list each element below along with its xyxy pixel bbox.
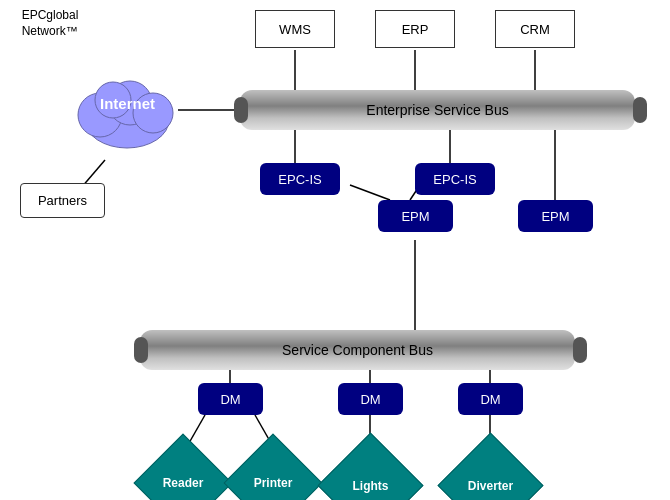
- partners-box: Partners: [20, 183, 105, 218]
- enterprise-bus: Enterprise Service Bus: [240, 90, 635, 130]
- crm-box: CRM: [495, 10, 575, 48]
- internet-cloud: Internet: [75, 65, 180, 155]
- diverter-label-container: Diverter: [453, 448, 528, 500]
- printer-label: Printer: [254, 476, 293, 490]
- dm2-box: DM: [338, 383, 403, 415]
- service-bus-right-cap: [573, 337, 587, 363]
- internet-label: Internet: [85, 95, 170, 112]
- service-bus-left-cap: [134, 337, 148, 363]
- bus-right-cap: [633, 97, 647, 123]
- dm3-box: DM: [458, 383, 523, 415]
- epcis1-box: EPC-IS: [260, 163, 340, 195]
- svg-line-8: [350, 185, 390, 200]
- service-bus: Service Component Bus: [140, 330, 575, 370]
- epm1-box: EPM: [378, 200, 453, 232]
- reader-label: Reader: [163, 476, 204, 490]
- epcglobal-label: EPCglobal Network™: [5, 8, 95, 39]
- erp-box: ERP: [375, 10, 455, 48]
- bus-left-cap: [234, 97, 248, 123]
- printer-label-container: Printer: [238, 448, 308, 500]
- reader-label-container: Reader: [148, 448, 218, 500]
- lights-label-container: Lights: [333, 448, 408, 500]
- dm1-box: DM: [198, 383, 263, 415]
- diagram: EPCglobal Network™ Internet Partners WMS: [0, 0, 670, 500]
- lights-label: Lights: [353, 479, 389, 493]
- epcis2-box: EPC-IS: [415, 163, 495, 195]
- wms-box: WMS: [255, 10, 335, 48]
- diverter-label: Diverter: [468, 479, 513, 493]
- epm2-box: EPM: [518, 200, 593, 232]
